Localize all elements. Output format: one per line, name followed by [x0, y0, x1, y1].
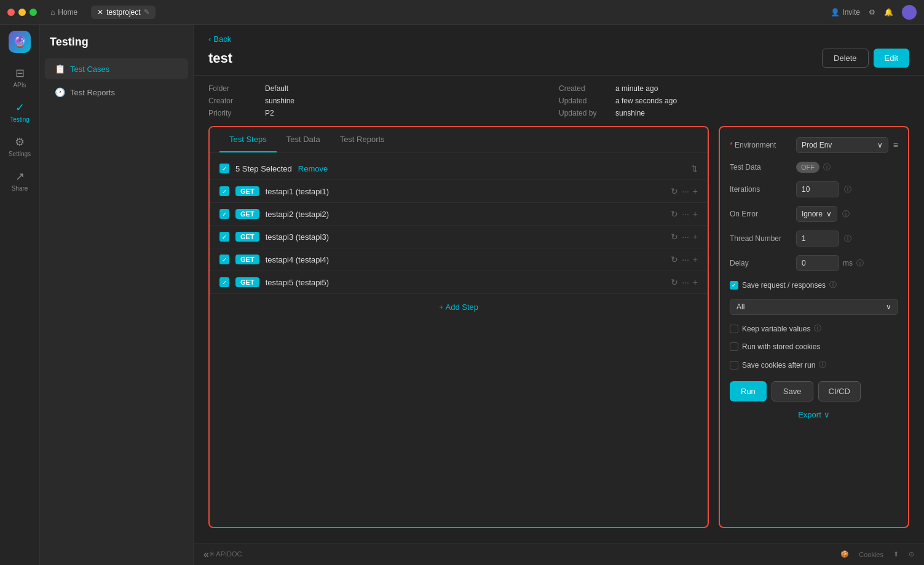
content-area: ‹ Back test Delete Edit Folder Default C… — [194, 25, 924, 565]
cicd-button[interactable]: CI/CD — [818, 381, 861, 401]
collapse-button[interactable]: « — [203, 549, 209, 560]
test-data-toggle[interactable]: OFF — [796, 162, 819, 173]
delay-inputs: ms ⓘ — [796, 255, 864, 271]
add-icon-4[interactable]: + — [693, 255, 698, 264]
add-icon-3[interactable]: + — [693, 232, 698, 242]
home-tab[interactable]: ⌂ Home — [44, 6, 84, 19]
add-icon-2[interactable]: + — [693, 209, 698, 219]
cookies-label[interactable]: Cookies — [859, 551, 883, 558]
all-select[interactable]: All ∨ — [730, 299, 898, 315]
keep-variable-row: Keep variable values ⓘ — [730, 323, 898, 334]
save-button[interactable]: Save — [772, 381, 813, 401]
share-bottom-icon[interactable]: ⬆ — [893, 550, 899, 558]
updated-label: Updated — [559, 97, 608, 105]
export-row[interactable]: Export ∨ — [730, 410, 898, 419]
more-icon-4[interactable]: ··· — [682, 255, 689, 264]
created-label: Created — [559, 84, 608, 93]
sidebar-item-apis[interactable]: ⊟ APIs — [3, 61, 37, 93]
settings-bottom-icon[interactable]: ⊙ — [909, 550, 914, 558]
step-checkbox-5[interactable]: ✓ — [219, 277, 229, 287]
save-request-info-icon: ⓘ — [829, 280, 837, 290]
refresh-icon-5[interactable]: ↻ — [671, 277, 678, 287]
settings-icon[interactable]: ⚙ — [869, 8, 875, 17]
refresh-icon-2[interactable]: ↻ — [671, 209, 678, 219]
titlebar-right: 👤 Invite ⚙ 🔔 — [831, 5, 917, 20]
tab-test-steps[interactable]: Test Steps — [219, 127, 277, 152]
step-actions-5: ↻ ··· + — [671, 277, 698, 287]
test-steps-panel: Test Steps Test Data Test Reports ✓ 5 St… — [208, 126, 709, 528]
more-icon-1[interactable]: ··· — [682, 186, 689, 196]
testing-icon: ✓ — [15, 101, 25, 114]
sidebar-item-testing[interactable]: ✓ Testing — [3, 96, 37, 128]
tab-test-reports[interactable]: Test Reports — [330, 127, 395, 152]
project-tab[interactable]: ✕ testproject ✎ — [91, 6, 155, 19]
invite-button[interactable]: 👤 Invite — [831, 8, 860, 17]
created-value: a minute ago — [615, 84, 658, 93]
sidebar-item-share[interactable]: ↗ Share — [3, 165, 37, 197]
more-icon-3[interactable]: ··· — [682, 232, 689, 242]
save-request-label: Save request / responses — [742, 281, 826, 290]
add-icon-5[interactable]: + — [693, 277, 698, 287]
environment-select[interactable]: Prod Env ∨ — [796, 137, 888, 153]
keep-variable-info-icon: ⓘ — [814, 323, 821, 334]
on-error-value: Ignore — [802, 210, 823, 218]
sidebar-label-apis: APIs — [13, 82, 26, 89]
refresh-icon-3[interactable]: ↻ — [671, 232, 678, 242]
step-row: ✓ GET testapi1 (testapi1) ↻ ··· + — [210, 180, 708, 202]
run-button[interactable]: Run — [730, 381, 767, 401]
thread-number-row: Thread Number ⓘ — [730, 231, 898, 247]
iterations-input[interactable] — [796, 181, 839, 197]
step-checkbox-4[interactable]: ✓ — [219, 255, 229, 264]
close-button[interactable] — [7, 9, 15, 16]
back-link[interactable]: ‹ Back — [194, 25, 924, 49]
nav-label-test-cases: Test Cases — [70, 65, 109, 74]
step-checkbox-1[interactable]: ✓ — [219, 186, 229, 196]
more-icon-2[interactable]: ··· — [682, 209, 689, 219]
environment-value: Prod Env — [802, 141, 832, 149]
test-reports-icon: 🕐 — [55, 87, 65, 97]
refresh-icon-4[interactable]: ↻ — [671, 255, 678, 264]
delay-input[interactable] — [796, 255, 839, 271]
refresh-icon-1[interactable]: ↻ — [671, 186, 678, 196]
menu-icon[interactable]: ≡ — [893, 140, 898, 150]
project-icon: ✕ — [97, 8, 103, 17]
remove-link[interactable]: Remove — [298, 164, 328, 173]
on-error-select[interactable]: Ignore ∨ — [796, 206, 837, 222]
save-cookies-checkbox[interactable] — [730, 361, 738, 369]
delete-button[interactable]: Delete — [822, 49, 869, 68]
sort-icon[interactable]: ⇅ — [691, 164, 698, 173]
more-icon-5[interactable]: ··· — [682, 277, 689, 287]
bell-icon[interactable]: 🔔 — [884, 8, 893, 17]
step-checkbox-3[interactable]: ✓ — [219, 232, 229, 242]
test-data-label: Test Data — [730, 163, 791, 172]
folder-value: Default — [265, 84, 288, 93]
method-badge-2: GET — [235, 209, 259, 219]
thread-info-icon: ⓘ — [844, 234, 851, 244]
thread-number-input[interactable] — [796, 231, 839, 247]
minimize-button[interactable] — [18, 9, 26, 16]
keep-variable-checkbox[interactable] — [730, 325, 738, 333]
run-cookies-checkbox[interactable] — [730, 342, 738, 351]
step-row: ✓ GET testapi3 (testapi3) ↻ ··· + — [210, 225, 708, 248]
maximize-button[interactable] — [30, 9, 37, 16]
meta-grid: Folder Default Created a minute ago Crea… — [194, 76, 924, 126]
share-icon: ↗ — [15, 170, 25, 183]
step-checkbox-2[interactable]: ✓ — [219, 209, 229, 219]
nav-item-test-cases[interactable]: 📋 Test Cases — [45, 58, 188, 79]
add-step-button[interactable]: + Add Step — [210, 293, 708, 320]
save-cookies-row: Save cookies after run ⓘ — [730, 360, 898, 370]
step-name-1: testapi1 (testapi1) — [266, 187, 329, 196]
creator-label: Creator — [208, 97, 258, 105]
thread-number-label: Thread Number — [730, 234, 791, 243]
sidebar-item-settings[interactable]: ⚙ Settings — [3, 130, 37, 162]
add-icon-1[interactable]: + — [693, 186, 698, 196]
select-all-checkbox[interactable]: ✓ — [219, 164, 229, 173]
step-name-5: testapi5 (testapi5) — [266, 278, 329, 287]
back-label: Back — [213, 34, 231, 44]
on-error-row: On Error Ignore ∨ ⓘ — [730, 206, 898, 222]
nav-item-test-reports[interactable]: 🕐 Test Reports — [45, 82, 188, 103]
save-cookies-label: Save cookies after run — [742, 361, 815, 369]
tab-test-data[interactable]: Test Data — [277, 127, 330, 152]
save-request-checkbox[interactable]: ✓ — [730, 281, 738, 290]
edit-button[interactable]: Edit — [874, 49, 909, 68]
